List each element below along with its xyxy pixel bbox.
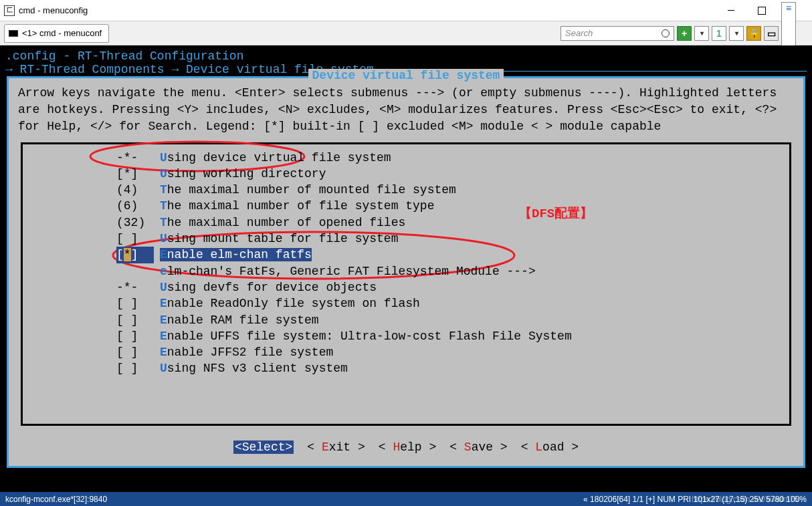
panel-title: Device virtual file system bbox=[308, 69, 504, 82]
menu-item[interactable]: [*]Enable elm-chan fatfs bbox=[23, 247, 789, 263]
load-button[interactable]: < Load > bbox=[521, 440, 579, 454]
menu-item[interactable]: (4)The maximal number of mounted file sy… bbox=[23, 182, 789, 198]
lock-button[interactable]: 🔒 bbox=[746, 26, 761, 41]
help-button[interactable]: < Help > bbox=[379, 440, 436, 454]
menu-item[interactable]: -*-Using device virtual file system bbox=[23, 150, 789, 166]
tab-bar: <1> cmd - menuconf Search + ▾ 1 ▾ 🔒 ▭ ≡ bbox=[0, 21, 812, 45]
exit-button[interactable]: < Exit > bbox=[307, 440, 365, 454]
search-input[interactable]: Search bbox=[561, 26, 674, 41]
minimize-button[interactable] bbox=[716, 1, 746, 21]
session-dropdown[interactable]: ▾ bbox=[729, 26, 744, 41]
dropdown-button[interactable]: ▾ bbox=[694, 26, 709, 41]
menu-item[interactable]: [ ]Enable ReadOnly file system on flash bbox=[23, 295, 789, 311]
session-button[interactable]: 1 bbox=[712, 26, 726, 41]
watermark: https://blog.csdn.net/sundm75 bbox=[692, 495, 799, 504]
menu-item[interactable]: -*-Using devfs for device objects bbox=[23, 279, 789, 295]
tab-cmd[interactable]: <1> cmd - menuconf bbox=[4, 24, 109, 43]
menuconfig-panel: Device virtual file system Arrow keys na… bbox=[7, 76, 805, 468]
tab-label: <1> cmd - menuconf bbox=[22, 28, 102, 38]
app-icon: 匚 bbox=[4, 5, 15, 16]
status-file: kconfig-mconf.exe*[32]:9840 bbox=[5, 495, 583, 504]
button-row: <Select> < Exit > < Help > < Save > < Lo… bbox=[9, 435, 803, 466]
props-button[interactable]: ▭ bbox=[764, 26, 779, 41]
menu-item[interactable]: [*]Using working directory bbox=[23, 166, 789, 182]
menu-item[interactable]: [ ]Using NFS v3 client system bbox=[23, 360, 789, 376]
help-text: Arrow keys navigate the menu. <Enter> se… bbox=[9, 82, 803, 142]
config-header: .config - RT-Thread Configuration bbox=[5, 49, 807, 63]
menu-item[interactable]: [ ]Enable UFFS file system: Ultra-low-co… bbox=[23, 328, 789, 344]
menu-list[interactable]: 【DFS配置】 -*-Using device virtual file sys… bbox=[21, 142, 791, 426]
menu-item[interactable]: [ ]Enable RAM file system bbox=[23, 312, 789, 328]
window-title: cmd - menuconfig bbox=[19, 5, 716, 15]
save-button[interactable]: < Save > bbox=[449, 440, 507, 454]
status-bar: kconfig-mconf.exe*[32]:9840 « 180206[64]… bbox=[0, 492, 812, 506]
window-titlebar: 匚 cmd - menuconfig ✕ bbox=[0, 0, 812, 21]
menu-item[interactable]: elm-chan's FatFs, Generic FAT Filesystem… bbox=[23, 263, 789, 279]
select-button[interactable]: <Select> bbox=[233, 440, 294, 454]
menu-item[interactable]: (6)The maximal number of file system typ… bbox=[23, 198, 789, 214]
terminal-area[interactable]: .config - RT-Thread Configuration → RT-T… bbox=[0, 45, 812, 492]
menu-item[interactable]: [ ]Enable JFFS2 file system bbox=[23, 344, 789, 360]
maximize-button[interactable] bbox=[746, 1, 777, 21]
tab-icon bbox=[9, 30, 18, 37]
menu-item[interactable]: [ ]Using mount table for file system bbox=[23, 231, 789, 247]
menu-item[interactable]: (32)The maximal number of opened files bbox=[23, 215, 789, 231]
new-tab-button[interactable]: + bbox=[677, 26, 692, 41]
